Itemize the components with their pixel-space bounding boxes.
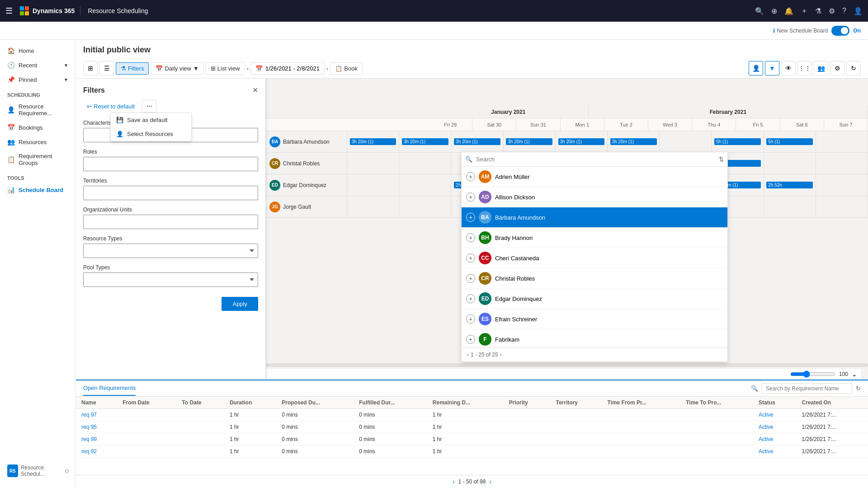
grid-cell-9[interactable] [816, 174, 868, 196]
grid-horizontal-scrollbar[interactable] [266, 363, 868, 367]
tab-open-requirements[interactable]: Open Requirements [83, 381, 136, 396]
status-link[interactable]: Active [759, 424, 774, 430]
sidebar-item-req-groups[interactable]: 📋 Requirement Groups [0, 149, 75, 170]
select-resources-item[interactable]: 👤 Select Resources [111, 127, 191, 141]
resource-item-fabrikam[interactable]: + F Fabrikam [462, 329, 727, 347]
resource-item-christal[interactable]: + CR Christal Robles [462, 268, 727, 289]
list-view-btn[interactable]: ⊞ List view [206, 62, 245, 75]
add-icon[interactable]: ＋ [801, 6, 808, 16]
user-icon[interactable]: 👤 [854, 7, 863, 15]
settings-icon[interactable]: ⚙ [829, 7, 835, 15]
status-cell[interactable]: Active [753, 409, 796, 421]
filters-close-btn[interactable]: ✕ [252, 86, 258, 94]
grid-cell-1[interactable]: 3h 20m (1) [399, 131, 451, 152]
sidebar-item-resource-req[interactable]: 👤 Resource Requireme... [0, 99, 75, 120]
req-link[interactable]: req 97 [81, 412, 97, 418]
booking-block[interactable]: 3h 20m (1) [402, 138, 448, 145]
save-as-default-item[interactable]: 💾 Save as default [111, 113, 191, 127]
person-add-btn[interactable]: 👤 [749, 61, 763, 75]
status-cell[interactable]: Active [753, 421, 796, 433]
resource-item-adrien[interactable]: + AM Adrien Müller [462, 167, 727, 187]
grid-cell-7[interactable]: 5h (1) [712, 131, 764, 152]
booking-block[interactable]: 3h 20m (1) [506, 138, 552, 145]
zoom-slider[interactable] [790, 371, 835, 378]
grid-cell-1[interactable] [399, 196, 451, 217]
sidebar-item-recent[interactable]: 🕐 Recent ▼ [0, 58, 75, 72]
columns-btn[interactable]: ⋮⋮ [797, 61, 812, 75]
req-link[interactable]: req 99 [81, 436, 97, 442]
grid-cell-0[interactable] [347, 174, 399, 196]
booking-block[interactable]: 2h 52n [766, 182, 813, 188]
book-btn[interactable]: 📋 Book [330, 62, 363, 75]
status-link[interactable]: Active [759, 448, 774, 455]
grid-cell-0[interactable] [347, 196, 399, 217]
sidebar-item-bookings[interactable]: 📅 Bookings [0, 120, 75, 135]
req-name-cell[interactable]: req 92 [76, 446, 117, 458]
status-cell[interactable]: Active [753, 433, 796, 446]
target-icon[interactable]: ⊕ [771, 7, 777, 15]
org-units-input[interactable] [83, 215, 258, 229]
prev-page-btn[interactable]: ‹ [453, 478, 455, 485]
grid-cell-2[interactable]: 3h 20m (1) [451, 131, 503, 152]
group-btn[interactable]: 👥 [814, 61, 828, 75]
funnel-icon[interactable]: ⚗ [815, 7, 821, 15]
expand-icon[interactable]: ⌄ [852, 371, 857, 378]
view-toggle-grid-btn[interactable]: ⊞ [83, 61, 98, 75]
filters-btn[interactable]: ⚗ Filters [116, 62, 149, 75]
grid-cell-9[interactable] [816, 153, 868, 174]
apply-btn[interactable]: Apply [222, 297, 258, 311]
roles-input[interactable] [83, 157, 258, 171]
grid-cell-8[interactable] [764, 153, 816, 174]
resource-item-brady[interactable]: + BH Brady Hannon [462, 228, 727, 248]
grid-cell-5[interactable]: 3h 20m (1) [608, 131, 660, 152]
req-name-cell[interactable]: req 97 [76, 409, 117, 421]
grid-cell-8[interactable]: 2h 52n [764, 174, 816, 196]
grid-cell-9[interactable] [816, 196, 868, 217]
refresh-btn[interactable]: ↻ [846, 61, 861, 75]
resource-types-select[interactable] [83, 244, 258, 258]
resource-item-efrain[interactable]: + ES Efrain Schreiner [462, 309, 727, 329]
settings-btn-2[interactable]: ⚙ [830, 61, 844, 75]
new-schedule-board-toggle[interactable] [831, 26, 849, 36]
req-link[interactable]: req 92 [81, 448, 97, 455]
date-next-btn[interactable]: › [326, 65, 328, 72]
date-prev-btn[interactable]: ‹ [247, 65, 249, 72]
grid-cell-8[interactable]: 5h (1) [764, 131, 816, 152]
grid-cell-4[interactable]: 3h 20m (1) [556, 131, 608, 152]
sidebar-item-home[interactable]: 🏠 Home [0, 43, 75, 58]
resource-item-allison[interactable]: + AD Allison Dickson [462, 187, 727, 207]
global-search-icon[interactable]: 🔍 [755, 7, 764, 15]
pagination-next-icon[interactable]: › [500, 352, 502, 358]
territories-input[interactable] [83, 186, 258, 200]
pool-types-select[interactable] [83, 272, 258, 287]
next-page-btn[interactable]: › [489, 478, 491, 485]
sidebar-item-resources[interactable]: 👥 Resources [0, 135, 75, 149]
resource-item-barbara[interactable]: + BA Bárbara Amundson [462, 207, 727, 228]
booking-block[interactable]: 5h (1) [714, 138, 761, 145]
grid-cell-3[interactable]: 3h 20m (1) [504, 131, 556, 152]
status-link[interactable]: Active [759, 412, 774, 418]
booking-block[interactable]: 3h 20m (1) [350, 138, 396, 145]
help-icon[interactable]: ? [842, 7, 846, 15]
grid-cell-1[interactable] [399, 174, 451, 196]
bottom-search-input[interactable] [762, 383, 852, 394]
grid-cell-6[interactable] [660, 131, 712, 152]
sidebar-item-schedule-board[interactable]: 📊 Schedule Board [0, 183, 75, 197]
sort-icon[interactable]: ⇅ [719, 156, 724, 163]
status-link[interactable]: Active [759, 436, 774, 442]
booking-block[interactable]: 3h 20m (1) [610, 138, 657, 145]
booking-block[interactable]: 3h 20m (1) [454, 138, 500, 145]
refresh-bottom-icon[interactable]: ↻ [856, 385, 861, 392]
hamburger-menu[interactable]: ☰ [5, 6, 13, 16]
resource-item-cheri[interactable]: + CC Cheri Castaneda [462, 248, 727, 268]
status-cell[interactable]: Active [753, 446, 796, 458]
chevron-down-btn[interactable]: ▼ [765, 61, 779, 75]
resources-search-input[interactable] [476, 156, 715, 163]
eye-btn[interactable]: 👁 [781, 61, 796, 75]
booking-block[interactable]: 5h (1) [766, 138, 813, 145]
req-name-cell[interactable]: req 99 [76, 433, 117, 446]
sidebar-item-pinned[interactable]: 📌 Pinned ▼ [0, 72, 75, 87]
view-toggle-list-btn[interactable]: ☰ [99, 61, 114, 75]
req-name-cell[interactable]: req 95 [76, 421, 117, 433]
pagination-prev-icon[interactable]: ‹ [467, 352, 469, 358]
